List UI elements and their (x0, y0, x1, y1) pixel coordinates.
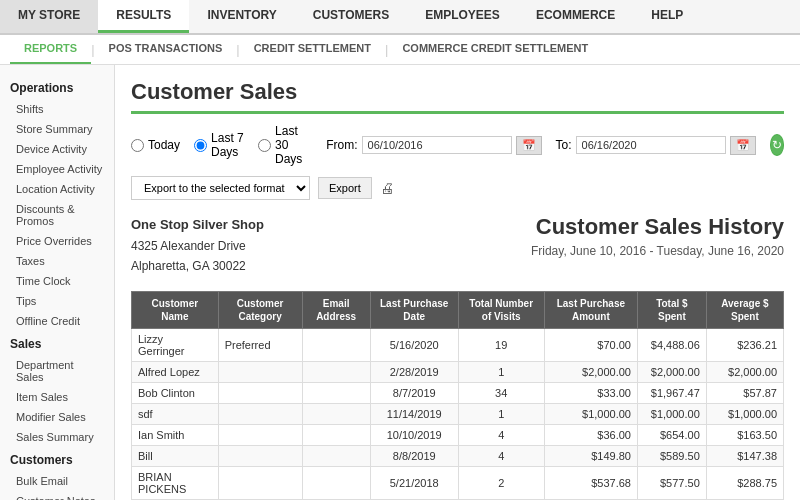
print-icon[interactable]: 🖨 (380, 180, 394, 196)
date-range-to: To: 📅 (556, 136, 756, 155)
cell-last-purchase: 10/10/2019 (370, 424, 458, 445)
table-row: Bob Clinton 8/7/2019 34 $33.00 $1,967.47… (132, 382, 784, 403)
report-title-block: Customer Sales History Friday, June 10, … (531, 214, 784, 258)
cell-last-amount: $36.00 (544, 424, 637, 445)
cell-last-purchase: 5/16/2020 (370, 328, 458, 361)
sidebar-item-discounts-promos[interactable]: Discounts & Promos (0, 199, 114, 231)
cell-avg-spent: $163.50 (706, 424, 783, 445)
export-format-select[interactable]: Export to the selected format (131, 176, 310, 200)
sidebar-section-sales: Sales (0, 331, 114, 355)
to-date-input[interactable] (576, 136, 726, 154)
cell-avg-spent: $147.38 (706, 445, 783, 466)
nav-my-store[interactable]: MY STORE (0, 0, 98, 33)
nav-ecommerce[interactable]: ECOMMERCE (518, 0, 633, 33)
sidebar-item-time-clock[interactable]: Time Clock (0, 271, 114, 291)
sidebar-section-customers: Customers (0, 447, 114, 471)
cell-email (302, 328, 370, 361)
cell-total-spent: $1,000.00 (637, 403, 706, 424)
export-row: Export to the selected format Export 🖨 (131, 176, 784, 200)
cell-email (302, 403, 370, 424)
sidebar-item-department-sales[interactable]: Department Sales (0, 355, 114, 387)
cell-last-amount: $537.68 (544, 466, 637, 499)
cell-visits: 19 (458, 328, 544, 361)
table-row: Alfred Lopez 2/28/2019 1 $2,000.00 $2,00… (132, 361, 784, 382)
sidebar-section-operations: Operations (0, 75, 114, 99)
report-date-range: Friday, June 10, 2016 - Tuesday, June 16… (531, 244, 784, 258)
subnav-credit-settlement[interactable]: CREDIT SETTLEMENT (240, 35, 385, 64)
sidebar-item-employee-activity[interactable]: Employee Activity (0, 159, 114, 179)
cell-category (218, 382, 302, 403)
sidebar-item-bulk-email[interactable]: Bulk Email (0, 471, 114, 491)
sidebar-item-offline-credit[interactable]: Offline Credit (0, 311, 114, 331)
sidebar: Operations Shifts Store Summary Device A… (0, 65, 115, 500)
cell-category (218, 445, 302, 466)
cell-total-spent: $577.50 (637, 466, 706, 499)
cell-visits: 4 (458, 424, 544, 445)
from-calendar-icon[interactable]: 📅 (516, 136, 542, 155)
cell-avg-spent: $2,000.00 (706, 361, 783, 382)
cell-name: BRIAN PICKENS (132, 466, 219, 499)
cell-email (302, 424, 370, 445)
col-header-name: Customer Name (132, 291, 219, 328)
cell-last-purchase: 8/7/2019 (370, 382, 458, 403)
cell-total-spent: $2,000.00 (637, 361, 706, 382)
sidebar-item-modifier-sales[interactable]: Modifier Sales (0, 407, 114, 427)
store-address1: 4325 Alexander Drive (131, 236, 264, 256)
to-label: To: (556, 138, 572, 152)
col-header-category: Customer Category (218, 291, 302, 328)
cell-category (218, 424, 302, 445)
store-address2: Alpharetta, GA 30022 (131, 256, 264, 276)
nav-results[interactable]: RESULTS (98, 0, 189, 33)
page-title: Customer Sales (131, 79, 784, 114)
table-row: BRIAN PICKENS 5/21/2018 2 $537.68 $577.5… (132, 466, 784, 499)
sidebar-item-device-activity[interactable]: Device Activity (0, 139, 114, 159)
radio-last7[interactable]: Last 7 Days (194, 131, 244, 159)
nav-help[interactable]: HELP (633, 0, 701, 33)
subnav-pos-transactions[interactable]: POS TRANSACTIONS (95, 35, 237, 64)
cell-last-purchase: 11/14/2019 (370, 403, 458, 424)
sidebar-item-tips[interactable]: Tips (0, 291, 114, 311)
cell-avg-spent: $288.75 (706, 466, 783, 499)
cell-visits: 34 (458, 382, 544, 403)
radio-last30[interactable]: Last 30 Days (258, 124, 312, 166)
cell-email (302, 382, 370, 403)
to-calendar-icon[interactable]: 📅 (730, 136, 756, 155)
cell-last-purchase: 8/8/2019 (370, 445, 458, 466)
cell-name: Lizzy Gerringer (132, 328, 219, 361)
cell-category (218, 361, 302, 382)
cell-total-spent: $589.50 (637, 445, 706, 466)
cell-last-purchase: 5/21/2018 (370, 466, 458, 499)
nav-customers[interactable]: CUSTOMERS (295, 0, 407, 33)
cell-visits: 1 (458, 403, 544, 424)
table-row: Lizzy Gerringer Preferred 5/16/2020 19 $… (132, 328, 784, 361)
cell-category: Preferred (218, 328, 302, 361)
sidebar-item-shifts[interactable]: Shifts (0, 99, 114, 119)
report-header: One Stop Silver Shop 4325 Alexander Driv… (131, 214, 784, 277)
radio-today[interactable]: Today (131, 138, 180, 152)
sidebar-item-location-activity[interactable]: Location Activity (0, 179, 114, 199)
refresh-button[interactable]: ↻ (770, 134, 784, 156)
sidebar-item-price-overrides[interactable]: Price Overrides (0, 231, 114, 251)
cell-total-spent: $4,488.06 (637, 328, 706, 361)
sidebar-item-store-summary[interactable]: Store Summary (0, 119, 114, 139)
sidebar-item-customer-notes[interactable]: Customer Notes (0, 491, 114, 500)
sidebar-item-sales-summary[interactable]: Sales Summary (0, 427, 114, 447)
export-button[interactable]: Export (318, 177, 372, 199)
cell-category (218, 466, 302, 499)
from-date-input[interactable] (362, 136, 512, 154)
nav-inventory[interactable]: INVENTORY (189, 0, 294, 33)
store-name: One Stop Silver Shop (131, 214, 264, 236)
main-layout: Operations Shifts Store Summary Device A… (0, 65, 800, 500)
col-header-total-spent: Total $ Spent (637, 291, 706, 328)
sidebar-item-taxes[interactable]: Taxes (0, 251, 114, 271)
cell-last-amount: $149.80 (544, 445, 637, 466)
cell-last-amount: $33.00 (544, 382, 637, 403)
sidebar-item-item-sales[interactable]: Item Sales (0, 387, 114, 407)
subnav-commerce-credit[interactable]: COMMERCE CREDIT SETTLEMENT (388, 35, 602, 64)
cell-name: Alfred Lopez (132, 361, 219, 382)
cell-avg-spent: $236.21 (706, 328, 783, 361)
cell-visits: 1 (458, 361, 544, 382)
nav-employees[interactable]: EMPLOYEES (407, 0, 518, 33)
col-header-last-amount: Last Purchase Amount (544, 291, 637, 328)
subnav-reports[interactable]: REPORTS (10, 35, 91, 64)
